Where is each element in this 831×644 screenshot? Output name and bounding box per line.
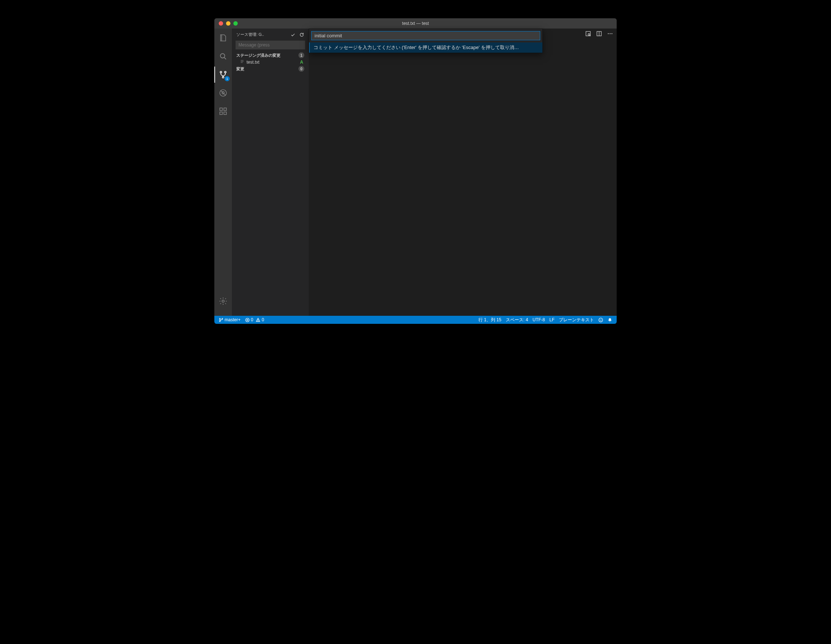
search-tab[interactable] — [214, 51, 232, 62]
git-branch-icon — [219, 317, 223, 322]
changes-count-badge: 0 — [298, 66, 304, 72]
debug-tab[interactable] — [214, 87, 232, 99]
error-count: 0 — [251, 317, 253, 322]
status-notifications[interactable] — [605, 316, 614, 324]
extensions-icon — [219, 107, 228, 116]
staged-count-badge: 1 — [298, 52, 304, 58]
status-cursor-position[interactable]: 行 1、列 15 — [476, 316, 504, 324]
window-title: test.txt — test — [214, 21, 617, 26]
status-indentation[interactable]: スペース: 4 — [504, 316, 530, 324]
no-bug-icon — [219, 89, 228, 97]
activity-bar: 1 — [214, 29, 232, 316]
svg-point-14 — [610, 33, 611, 34]
status-branch[interactable]: master+ — [217, 316, 243, 324]
status-feedback[interactable] — [596, 316, 605, 324]
status-problems[interactable]: 0 0 — [243, 316, 266, 324]
svg-rect-7 — [224, 112, 226, 115]
scm-badge: 1 — [224, 76, 230, 81]
svg-rect-5 — [220, 108, 222, 110]
editor-toolbar — [585, 31, 613, 37]
staged-changes-section[interactable]: ステージング済みの変更 1 — [232, 52, 309, 59]
svg-rect-6 — [220, 112, 222, 115]
open-preview-icon[interactable] — [585, 31, 591, 37]
svg-point-23 — [601, 319, 601, 319]
palette-hint-item[interactable]: コミット メッセージを入力してください ('Enter' を押して確認するか '… — [309, 43, 543, 53]
file-status-badge: A — [300, 60, 303, 65]
commit-check-icon[interactable] — [290, 32, 296, 37]
scm-header: ソース管理: G.. — [232, 29, 309, 41]
source-control-panel: ソース管理: G.. ステージング済みの変更 1 test.txt A — [232, 29, 309, 316]
extensions-tab[interactable] — [214, 105, 232, 117]
editor-area: コミット メッセージを入力してください ('Enter' を押して確認するか '… — [309, 29, 617, 316]
files-icon — [219, 33, 228, 43]
commit-message-box[interactable] — [236, 41, 305, 49]
smiley-icon — [599, 317, 603, 322]
search-icon — [219, 52, 228, 61]
source-control-tab[interactable]: 1 — [214, 69, 232, 81]
palette-input[interactable] — [311, 31, 540, 40]
refresh-icon[interactable] — [299, 32, 304, 37]
svg-point-1 — [220, 71, 222, 73]
vscode-window: test.txt — test 1 — [214, 18, 617, 324]
warning-count: 0 — [261, 317, 264, 322]
changes-section[interactable]: 変更 0 — [232, 65, 309, 72]
error-icon — [245, 317, 250, 322]
staged-file-row[interactable]: test.txt A — [232, 59, 309, 65]
status-bar: master+ 0 0 行 1、列 15 スペース: 4 UTF-8 LF プレ… — [214, 316, 617, 324]
status-language-mode[interactable]: プレーンテキスト — [557, 316, 596, 324]
close-window-button[interactable] — [219, 21, 223, 26]
svg-point-21 — [599, 318, 603, 322]
more-actions-icon[interactable] — [607, 31, 613, 37]
svg-rect-8 — [224, 108, 226, 110]
svg-point-20 — [258, 320, 258, 321]
title-bar[interactable]: test.txt — test — [214, 18, 617, 29]
status-eol[interactable]: LF — [547, 316, 557, 324]
staged-changes-label: ステージング済みの変更 — [236, 53, 280, 58]
changes-label: 変更 — [236, 66, 244, 72]
minimize-window-button[interactable] — [226, 21, 231, 26]
svg-point-17 — [220, 320, 221, 322]
bell-icon — [608, 317, 612, 322]
svg-point-11 — [588, 33, 590, 35]
svg-point-9 — [222, 300, 224, 302]
split-editor-icon[interactable] — [596, 31, 602, 37]
scm-provider-title: ソース管理: G.. — [236, 32, 288, 37]
explorer-tab[interactable] — [214, 32, 232, 44]
svg-point-16 — [220, 318, 221, 319]
command-palette: コミット メッセージを入力してください ('Enter' を押して確認するか '… — [309, 29, 543, 53]
svg-point-2 — [224, 71, 226, 73]
svg-point-13 — [608, 33, 609, 34]
file-icon — [240, 59, 244, 65]
commit-message-input[interactable] — [236, 41, 305, 49]
traffic-lights — [214, 21, 238, 26]
warning-icon — [256, 317, 260, 322]
svg-point-18 — [222, 318, 223, 319]
maximize-window-button[interactable] — [233, 21, 238, 26]
svg-point-0 — [221, 54, 225, 58]
svg-point-15 — [611, 33, 613, 34]
branch-name: master+ — [224, 317, 241, 322]
status-encoding[interactable]: UTF-8 — [530, 316, 547, 324]
svg-point-22 — [600, 319, 600, 319]
svg-point-3 — [222, 77, 224, 78]
gear-icon — [219, 297, 228, 306]
settings-button[interactable] — [214, 295, 232, 307]
file-name: test.txt — [247, 60, 300, 65]
